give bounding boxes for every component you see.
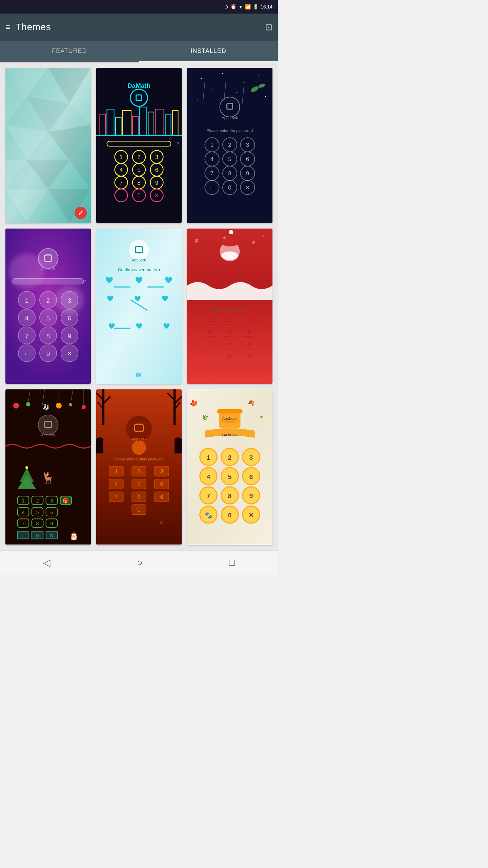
status-bar: ⊖ ⏰ ▼ 📶 🔋 16:14 <box>0 0 278 14</box>
svg-point-99 <box>38 249 58 269</box>
svg-text:4: 4 <box>120 167 123 173</box>
svg-text:5: 5 <box>228 156 231 162</box>
svg-text:←: ← <box>118 192 124 199</box>
svg-text:0: 0 <box>137 192 140 199</box>
svg-text:0: 0 <box>46 350 50 357</box>
svg-point-183 <box>38 415 58 435</box>
home-button[interactable]: ○ <box>137 557 143 568</box>
svg-text:App Lock: App Lock <box>222 116 238 120</box>
tab-featured[interactable]: FEATURED <box>0 41 139 62</box>
svg-text:1: 1 <box>207 454 210 461</box>
svg-text:4: 4 <box>208 328 212 335</box>
back-button[interactable]: ◁ <box>43 557 50 568</box>
signal-icon: 📶 <box>245 4 251 9</box>
theme-card-teal-polygon[interactable] <box>5 68 91 223</box>
app-bar-left: ≡ Themes <box>5 22 51 33</box>
crop-button[interactable]: ⊡ <box>265 22 272 33</box>
svg-text:6: 6 <box>246 156 249 162</box>
svg-text:0: 0 <box>36 533 39 538</box>
theme-card-halloween[interactable]: App Lock Please enter gesture password <box>96 389 182 545</box>
svg-text:6: 6 <box>68 315 72 322</box>
svg-text:4: 4 <box>210 156 214 162</box>
svg-text:Please enter the password: Please enter the password <box>207 129 253 133</box>
svg-text:3: 3 <box>247 316 251 323</box>
selected-checkmark <box>75 207 87 219</box>
theme-card-xmas-dark[interactable]: 🧦 ❄ AppLock 🦌 <box>5 389 91 545</box>
svg-text:🐾: 🐾 <box>204 512 212 519</box>
svg-rect-259 <box>217 409 243 414</box>
svg-text:AppLock: AppLock <box>222 417 238 421</box>
svg-text:5: 5 <box>228 473 232 480</box>
svg-text:DaMath: DaMath <box>127 82 150 89</box>
svg-text:✕: ✕ <box>49 533 54 538</box>
clock-icon: ⏰ <box>230 4 236 9</box>
svg-text:1: 1 <box>115 468 118 475</box>
svg-text:2: 2 <box>228 454 232 461</box>
svg-text:8: 8 <box>46 333 50 340</box>
page-title: Themes <box>16 22 51 33</box>
svg-text:✕: ✕ <box>159 520 164 526</box>
svg-text:←: ← <box>21 533 26 538</box>
theme-card-autumn[interactable]: 🍁 🍂 🍃 🌿 AppLock HARVEST <box>187 389 272 545</box>
svg-point-61 <box>197 99 198 100</box>
svg-text:3: 3 <box>160 468 163 475</box>
theme-card-space-dark[interactable]: App Lock Please enter the password 1 <box>187 68 272 223</box>
svg-text:4: 4 <box>115 481 118 488</box>
battery-icon: 🔋 <box>253 4 259 9</box>
svg-text:✕: ✕ <box>245 184 250 191</box>
svg-text:2: 2 <box>228 316 232 323</box>
svg-point-147 <box>221 252 238 260</box>
svg-point-55 <box>201 78 202 79</box>
svg-point-188 <box>25 466 28 469</box>
svg-text:0: 0 <box>228 353 232 360</box>
svg-rect-102 <box>13 278 84 284</box>
svg-text:←: ← <box>24 350 30 357</box>
theme-card-teal-hearts[interactable]: AppLock Confirm saved pattern <box>96 229 182 384</box>
svg-text:1: 1 <box>208 316 212 323</box>
svg-text:AppLock: AppLock <box>41 267 56 271</box>
svg-text:3: 3 <box>155 154 158 160</box>
svg-text:1: 1 <box>25 297 29 304</box>
theme-card-christmas-red[interactable]: ❄ ❄ ❄ ❄ Please enter password <box>187 229 272 384</box>
svg-text:7: 7 <box>210 170 214 177</box>
theme-card-neon-dark[interactable]: DaMath ? <box>96 68 182 223</box>
svg-point-174 <box>26 402 30 407</box>
svg-text:←: ← <box>209 184 215 191</box>
svg-text:9: 9 <box>50 521 53 527</box>
svg-point-182 <box>82 405 86 410</box>
svg-text:0: 0 <box>228 184 231 191</box>
svg-text:2: 2 <box>137 154 140 160</box>
svg-text:✕: ✕ <box>67 350 72 357</box>
time-display: 16:14 <box>261 4 272 9</box>
svg-text:9: 9 <box>155 180 158 186</box>
menu-button[interactable]: ≡ <box>5 22 10 32</box>
svg-text:Please enter gesture password: Please enter gesture password <box>115 457 164 461</box>
svg-text:❄: ❄ <box>223 236 226 240</box>
svg-text:🧦: 🧦 <box>42 404 49 411</box>
svg-text:0: 0 <box>228 512 232 519</box>
svg-text:5: 5 <box>46 315 50 322</box>
svg-text:0: 0 <box>137 507 140 513</box>
tab-installed[interactable]: INSTALLED <box>139 41 278 62</box>
svg-point-178 <box>56 403 62 409</box>
svg-point-57 <box>243 82 244 83</box>
recent-button[interactable]: □ <box>229 557 235 568</box>
svg-text:←: ← <box>113 520 119 526</box>
svg-text:8: 8 <box>228 493 232 500</box>
svg-rect-170 <box>5 390 91 545</box>
svg-text:5: 5 <box>137 167 140 173</box>
svg-text:?: ? <box>177 142 179 146</box>
svg-point-146 <box>229 230 233 235</box>
wifi-icon: ▼ <box>238 4 243 9</box>
svg-text:1: 1 <box>22 498 24 504</box>
svg-point-56 <box>222 73 223 74</box>
svg-text:7: 7 <box>207 493 210 500</box>
svg-text:5: 5 <box>137 481 140 488</box>
svg-text:4: 4 <box>22 510 24 515</box>
svg-text:🎁: 🎁 <box>63 498 69 504</box>
svg-text:8: 8 <box>228 170 231 177</box>
theme-card-purple-blur[interactable]: AppLock ? 1 2 3 <box>5 229 91 384</box>
svg-text:1: 1 <box>210 142 214 148</box>
svg-text:?: ? <box>84 279 86 284</box>
svg-text:✕: ✕ <box>155 192 159 199</box>
